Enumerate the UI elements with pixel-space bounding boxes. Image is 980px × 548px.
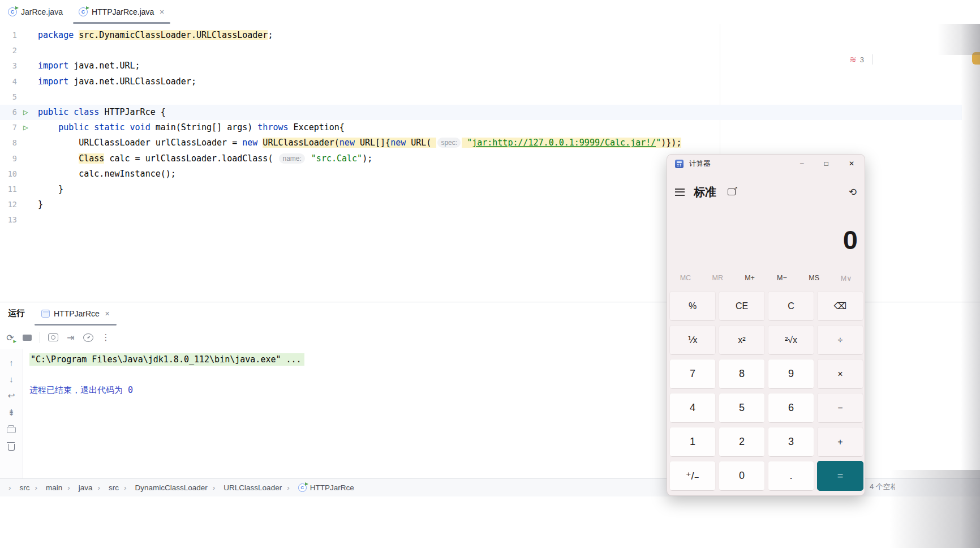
gutter-run-slot bbox=[17, 166, 38, 182]
calc-key-digit-6[interactable]: 6 bbox=[768, 393, 814, 423]
calculator-app-icon bbox=[675, 160, 684, 168]
gutter-run-slot bbox=[17, 135, 38, 151]
line-number: 1 bbox=[0, 28, 17, 43]
run-tab-label: HTTPJarRce bbox=[54, 309, 100, 318]
active-tab-underline bbox=[35, 324, 117, 326]
calc-key-digit-5[interactable]: 5 bbox=[719, 393, 765, 423]
calc-key-clear-entry[interactable]: CE bbox=[719, 291, 765, 321]
code-line: 7 public static void main(String[] args)… bbox=[0, 120, 962, 135]
calc-key-digit-4[interactable]: 4 bbox=[669, 393, 716, 423]
memory-row: MCMRM+M−MSM∨ bbox=[669, 271, 862, 285]
calc-key-digit-0[interactable]: 0 bbox=[719, 461, 765, 491]
calc-key-digit-7[interactable]: 7 bbox=[669, 359, 716, 389]
calc-key-digit-9[interactable]: 9 bbox=[768, 359, 814, 389]
code-line: 3import java.net.URL; bbox=[0, 58, 962, 74]
calculator-keypad: %CEC⌫⅟xx²²√x÷789×456−123+⁺/₋0.= bbox=[669, 291, 863, 491]
memory-store[interactable]: MS bbox=[798, 271, 830, 285]
breadcrumb-item-dynamicclassloader[interactable]: DynamicClassLoader bbox=[119, 483, 208, 492]
code-text: URLClassLoader urlClassLoader = new URLC… bbox=[38, 135, 962, 151]
gutter-run-slot bbox=[17, 89, 38, 105]
memory-add[interactable]: M+ bbox=[734, 271, 766, 285]
calc-key-divide[interactable]: ÷ bbox=[817, 325, 863, 355]
calc-key-backspace[interactable]: ⌫ bbox=[817, 291, 863, 321]
gutter-run-slot bbox=[17, 212, 38, 228]
window-controls: – □ ✕ bbox=[800, 159, 854, 168]
code-text: package src.DynamicClassLoader.URLClassL… bbox=[38, 28, 962, 43]
breadcrumb-item-httpjarrce[interactable]: HTTPJarRce bbox=[282, 483, 354, 492]
calc-key-reciprocal[interactable]: ⅟x bbox=[669, 325, 716, 355]
line-number: 9 bbox=[0, 151, 17, 166]
profiler-icon[interactable] bbox=[83, 333, 93, 342]
close-icon[interactable]: ✕ bbox=[105, 310, 110, 318]
line-number: 11 bbox=[0, 182, 17, 197]
stop-icon[interactable] bbox=[23, 335, 32, 341]
calc-key-square-root[interactable]: ²√x bbox=[768, 325, 814, 355]
clear-all-icon[interactable] bbox=[0, 440, 23, 452]
maximize-icon[interactable]: □ bbox=[824, 159, 828, 168]
inspections-separator bbox=[872, 54, 872, 65]
run-panel-title: 运行 bbox=[8, 308, 25, 319]
calculator-title-bar[interactable]: 计算器 – □ ✕ bbox=[667, 155, 865, 173]
soft-wrap-icon[interactable]: ↩ bbox=[0, 390, 23, 401]
hamburger-menu-icon[interactable] bbox=[675, 189, 685, 196]
line-number: 7 bbox=[0, 120, 17, 135]
calc-key-digit-3[interactable]: 3 bbox=[768, 427, 814, 457]
console-left-toolbar: ↑↓↩⇟ bbox=[0, 349, 23, 479]
gutter-run-slot bbox=[17, 105, 38, 120]
inspections-widget[interactable]: ≋ 3 bbox=[849, 54, 872, 65]
rerun-icon[interactable]: ⟳ bbox=[6, 332, 15, 343]
editor-tab-httpjarrce-java[interactable]: HTTPJarRce.java✕ bbox=[71, 0, 173, 24]
line-number: 10 bbox=[0, 166, 17, 182]
print-icon[interactable] bbox=[0, 423, 23, 435]
run-gutter-icon[interactable] bbox=[23, 123, 28, 132]
keep-on-top-icon[interactable]: ↗ bbox=[728, 189, 736, 195]
java-class-icon bbox=[298, 483, 307, 492]
calculator-nav: 标准 ↗ ⟲ bbox=[667, 182, 865, 202]
calc-key-clear[interactable]: C bbox=[768, 291, 814, 321]
calc-key-equals[interactable]: = bbox=[817, 461, 863, 491]
calc-key-negate[interactable]: ⁺/₋ bbox=[669, 461, 716, 491]
thread-dump-icon[interactable] bbox=[48, 333, 58, 341]
breadcrumb-item-src[interactable]: src bbox=[93, 483, 119, 492]
line-number: 8 bbox=[0, 135, 17, 151]
breadcrumb-item-java[interactable]: java bbox=[62, 483, 92, 492]
code-text: import java.net.URLClassLoader; bbox=[38, 74, 962, 89]
calc-key-decimal[interactable]: . bbox=[768, 461, 814, 491]
run-console-tab[interactable]: HTTPJarRce ✕ bbox=[35, 304, 117, 323]
calculator-window: 计算器 – □ ✕ 标准 ↗ ⟲ 0 MCMRM+M−MSM∨ %CEC⌫⅟xx… bbox=[667, 154, 865, 496]
memory-flyout[interactable]: M∨ bbox=[830, 271, 862, 285]
code-line: 4import java.net.URLClassLoader; bbox=[0, 74, 962, 89]
line-number: 13 bbox=[0, 212, 17, 228]
memory-subtract[interactable]: M− bbox=[766, 271, 798, 285]
down-the-stack-trace-icon[interactable]: ↓ bbox=[0, 374, 23, 385]
attach-debugger-icon[interactable]: ⇥ bbox=[66, 332, 75, 343]
up-the-stack-trace-icon[interactable]: ↑ bbox=[0, 357, 23, 368]
breadcrumb-item-main[interactable]: main bbox=[30, 483, 63, 492]
console-tab-icon bbox=[41, 310, 50, 318]
close-icon[interactable]: ✕ bbox=[159, 8, 164, 16]
gutter-run-slot bbox=[17, 28, 38, 43]
memory-recall[interactable]: MR bbox=[702, 271, 734, 285]
calc-key-percent[interactable]: % bbox=[669, 291, 716, 321]
right-edge-shadow-top bbox=[938, 24, 980, 55]
calc-key-add[interactable]: + bbox=[817, 427, 863, 457]
calc-key-multiply[interactable]: × bbox=[817, 359, 863, 389]
memory-clear[interactable]: MC bbox=[669, 271, 702, 285]
close-icon[interactable]: ✕ bbox=[849, 159, 854, 168]
calc-key-digit-2[interactable]: 2 bbox=[719, 427, 765, 457]
breadcrumb-item-src[interactable]: src bbox=[3, 483, 30, 492]
calc-key-digit-1[interactable]: 1 bbox=[669, 427, 716, 457]
minimize-icon[interactable]: – bbox=[800, 159, 804, 168]
editor-tab-jarrce-java[interactable]: JarRce.java bbox=[0, 0, 71, 24]
calc-key-subtract[interactable]: − bbox=[817, 393, 863, 423]
breadcrumb-item-urlclassloader[interactable]: URLClassLoader bbox=[208, 483, 282, 492]
code-text: public class HTTPJarRce { bbox=[38, 105, 962, 120]
scroll-to-end-icon[interactable]: ⇟ bbox=[0, 407, 23, 418]
more-options-icon[interactable]: ⋮ bbox=[101, 332, 110, 342]
calc-key-digit-8[interactable]: 8 bbox=[719, 359, 765, 389]
run-gutter-icon[interactable] bbox=[23, 108, 28, 117]
code-line: 5 bbox=[0, 89, 962, 105]
calc-key-square[interactable]: x² bbox=[719, 325, 765, 355]
line-number: 2 bbox=[0, 43, 17, 58]
history-icon[interactable]: ⟲ bbox=[849, 186, 857, 198]
